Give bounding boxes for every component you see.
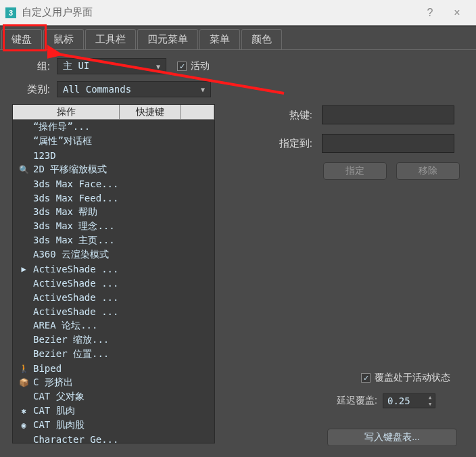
write-keyboard-button[interactable]: 写入键盘表... xyxy=(327,429,457,446)
spinner-buttons[interactable]: ▲▼ xyxy=(425,394,435,408)
list-item[interactable]: 📦C 形挤出 xyxy=(13,375,214,389)
item-text: ActiveShade ... xyxy=(33,306,118,317)
tab-label: 颜色 xyxy=(252,33,272,46)
item-text: Biped xyxy=(33,363,62,374)
item-text: 2D 平移缩放模式 xyxy=(33,164,107,176)
list-item[interactable]: ActiveShade ... xyxy=(13,304,214,318)
tab-label: 鼠标 xyxy=(53,33,74,46)
tab-label: 菜单 xyxy=(210,33,230,46)
list-item[interactable]: 3ds Max 主页... xyxy=(13,233,214,247)
delay-label: 延迟覆盖: xyxy=(337,395,377,407)
list-item[interactable]: 🔍2D 平移缩放模式 xyxy=(13,162,214,176)
list-item[interactable]: 3ds Max Feed... xyxy=(13,191,214,205)
write-label: 写入键盘表... xyxy=(364,431,420,443)
item-text: Character Ge... xyxy=(33,434,118,443)
list-item[interactable]: ActiveShade ... xyxy=(13,290,214,304)
tab-quad[interactable]: 四元菜单 xyxy=(137,29,198,49)
category-value: All Commands xyxy=(63,84,131,95)
item-icon: 🔍 xyxy=(18,165,29,174)
chevron-down-icon: ▼ xyxy=(201,86,205,93)
tab-toolbar[interactable]: 工具栏 xyxy=(85,29,136,49)
tab-label: 工具栏 xyxy=(95,33,126,46)
list-item[interactable]: “操作导”... xyxy=(13,120,214,134)
window-title: 自定义用户界面 xyxy=(22,6,416,19)
item-text: C 形挤出 xyxy=(33,377,73,389)
col-action[interactable]: 操作 xyxy=(13,105,120,119)
override-checkbox[interactable]: ✓ 覆盖处于活动状态 xyxy=(361,372,450,384)
delay-value: 0.25 xyxy=(387,395,410,406)
delay-spinner[interactable]: 0.25 ▲▼ xyxy=(383,393,435,408)
list-item[interactable]: ▶ActiveShade ... xyxy=(13,262,214,276)
group-row: 组: 主 UI ▼ ✓ 活动 xyxy=(12,58,464,74)
checkmark-icon: ✓ xyxy=(177,62,187,71)
item-text: 3ds Max 帮助 xyxy=(33,206,97,218)
content-area: 组: 主 UI ▼ ✓ 活动 类别: All Commands ▼ 操作 快捷键… xyxy=(0,50,476,452)
tab-mouse[interactable]: 鼠标 xyxy=(43,29,84,49)
active-label: 活动 xyxy=(191,60,210,72)
item-text: 3ds Max 主页... xyxy=(33,235,115,247)
list-body[interactable]: “操作导”...“属性”对话框123D🔍2D 平移缩放模式3ds Max Fac… xyxy=(13,120,214,443)
item-text: CAT 肌肉股 xyxy=(33,419,85,431)
item-text: CAT 父对象 xyxy=(33,391,85,403)
assigned-row: 指定到: xyxy=(229,134,464,153)
assign-button[interactable]: 指定 xyxy=(323,162,387,180)
item-icon: 🚶 xyxy=(18,364,29,373)
assign-label: 指定 xyxy=(346,165,364,177)
help-button[interactable]: ? xyxy=(416,0,444,26)
item-text: Bezier 缩放... xyxy=(33,334,109,346)
override-row: ✓ 覆盖处于活动状态 xyxy=(229,372,458,384)
chevron-down-icon: ▼ xyxy=(156,63,160,70)
item-text: 123D xyxy=(33,150,56,161)
list-item[interactable]: Bezier 位置... xyxy=(13,347,214,361)
tab-label: 键盘 xyxy=(11,33,32,46)
list-item[interactable]: ◉CAT 肌肉股 xyxy=(13,418,214,432)
bottom-right: ✓ 覆盖处于活动状态 延迟覆盖: 0.25 ▲▼ 写入键盘表... xyxy=(229,372,458,446)
list-item[interactable]: 123D xyxy=(13,148,214,162)
category-label: 类别: xyxy=(12,83,57,96)
list-header: 操作 快捷键 xyxy=(13,105,214,120)
override-label: 覆盖处于活动状态 xyxy=(375,372,450,384)
group-label: 组: xyxy=(12,60,57,73)
hotkey-label: 热键: xyxy=(229,109,322,122)
item-text: 3ds Max Feed... xyxy=(33,193,118,203)
list-item[interactable]: 3ds Max 帮助 xyxy=(13,205,214,219)
group-dropdown[interactable]: 主 UI ▼ xyxy=(57,58,166,74)
item-text: AREA 论坛... xyxy=(33,320,97,332)
tab-label: 四元菜单 xyxy=(147,33,188,46)
col-hotkey[interactable]: 快捷键 xyxy=(120,105,181,119)
assigned-label: 指定到: xyxy=(229,137,322,150)
list-item[interactable]: 3ds Max Face... xyxy=(13,176,214,191)
item-text: ActiveShade ... xyxy=(33,264,118,274)
item-text: Bezier 位置... xyxy=(33,348,109,360)
list-item[interactable]: Bezier 缩放... xyxy=(13,333,214,347)
title-bar: 3 自定义用户界面 ? × xyxy=(0,0,476,26)
list-item[interactable]: A360 云渲染模式 xyxy=(13,247,214,262)
list-item[interactable]: 🚶Biped xyxy=(13,361,214,375)
delay-row: 延迟覆盖: 0.25 ▲▼ xyxy=(229,393,458,408)
category-dropdown[interactable]: All Commands ▼ xyxy=(57,81,211,97)
app-icon: 3 xyxy=(5,7,16,18)
tab-color[interactable]: 颜色 xyxy=(241,29,282,49)
col-spacer xyxy=(181,105,214,119)
list-item[interactable]: ✱CAT 肌肉 xyxy=(13,404,214,418)
hotkey-input[interactable] xyxy=(322,105,454,124)
remove-label: 移除 xyxy=(419,165,437,177)
active-checkbox[interactable]: ✓ 活动 xyxy=(177,60,210,72)
list-item[interactable]: CAT 父对象 xyxy=(13,389,214,404)
tab-menu[interactable]: 菜单 xyxy=(199,29,240,49)
item-icon: ▶ xyxy=(18,264,29,274)
list-item[interactable]: “属性”对话框 xyxy=(13,134,214,148)
list-item[interactable]: 3ds Max 理念... xyxy=(13,219,214,233)
remove-button[interactable]: 移除 xyxy=(396,162,460,180)
tab-keyboard[interactable]: 键盘 xyxy=(1,29,42,49)
assigned-input[interactable] xyxy=(322,134,454,153)
item-text: CAT 肌肉 xyxy=(33,405,75,417)
item-icon: 📦 xyxy=(18,378,29,387)
item-text: ActiveShade ... xyxy=(33,278,118,289)
item-text: 3ds Max 理念... xyxy=(33,220,115,233)
list-item[interactable]: ActiveShade ... xyxy=(13,276,214,290)
list-item[interactable]: Character Ge... xyxy=(13,432,214,443)
close-button[interactable]: × xyxy=(444,0,471,26)
list-item[interactable]: AREA 论坛... xyxy=(13,318,214,333)
checkmark-icon: ✓ xyxy=(361,373,371,383)
